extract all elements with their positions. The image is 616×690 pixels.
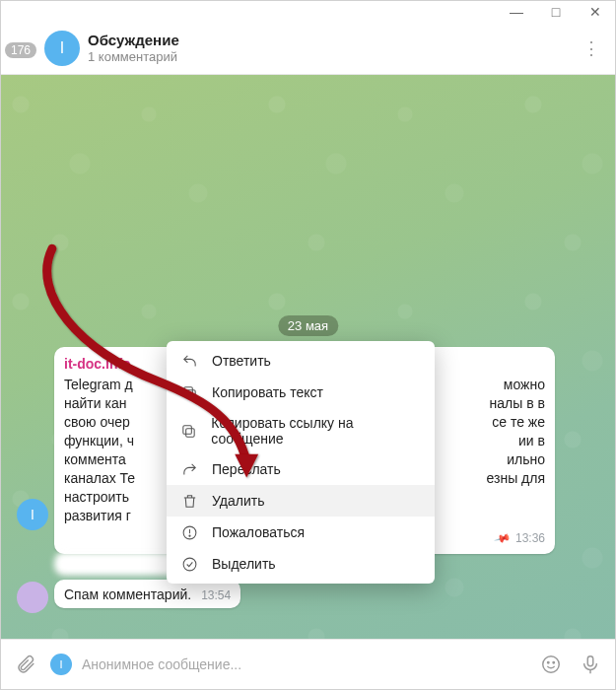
message-2-time: 13:54 <box>201 588 231 602</box>
menu-label: Копировать ссылку на сообщение <box>211 415 421 447</box>
pin-icon: 📌 <box>492 527 513 550</box>
date-separator: 23 мая <box>278 315 338 336</box>
message-2-text: Спам комментарий. <box>64 586 191 602</box>
message-time: 13:36 <box>515 529 545 548</box>
link-icon <box>180 422 197 440</box>
message-2-avatar[interactable] <box>17 582 48 613</box>
chat-area[interactable]: 23 мая it-doc.info Telegram д найти кан … <box>1 75 615 639</box>
svg-point-7 <box>183 558 196 571</box>
svg-point-9 <box>543 656 560 673</box>
unread-badge: 176 <box>5 42 36 58</box>
svg-rect-2 <box>186 428 195 437</box>
window-close-button[interactable]: ✕ <box>576 1 615 23</box>
svg-rect-3 <box>183 425 192 434</box>
svg-point-11 <box>553 661 554 662</box>
chat-avatar[interactable]: I <box>44 31 80 66</box>
kebab-icon: ⋮ <box>582 38 600 58</box>
microphone-icon <box>580 654 601 675</box>
trash-icon <box>180 492 198 510</box>
message-composer: I <box>1 639 615 689</box>
svg-rect-1 <box>183 386 192 395</box>
message-text-left: Telegram д найти кан свою очер функции, … <box>64 376 135 525</box>
svg-rect-12 <box>587 656 593 666</box>
window-maximize-button[interactable]: □ <box>536 1 576 23</box>
menu-item-reply[interactable]: Ответить <box>167 345 435 377</box>
copy-icon <box>180 383 198 401</box>
attach-button[interactable] <box>11 654 40 675</box>
menu-label: Удалить <box>212 493 264 509</box>
message-bubble-2[interactable]: Спам комментарий. 13:54 <box>54 580 240 608</box>
menu-item-select[interactable]: Выделить <box>167 548 435 580</box>
menu-item-delete[interactable]: Удалить <box>167 485 435 517</box>
menu-label: Выделить <box>212 556 276 572</box>
message-2-sender-blurred <box>54 552 178 576</box>
menu-label: Переслать <box>212 461 281 477</box>
menu-item-report[interactable]: Пожаловаться <box>167 517 435 548</box>
message-1-avatar[interactable]: I <box>17 499 48 530</box>
menu-item-copy-link[interactable]: Копировать ссылку на сообщение <box>167 408 435 453</box>
paperclip-icon <box>15 654 36 675</box>
message-input[interactable] <box>80 656 526 673</box>
window-minimize-button[interactable]: — <box>497 1 536 23</box>
smile-icon <box>540 654 562 675</box>
app-window: — □ ✕ 176 I Обсуждение 1 комментарий ⋮ 2… <box>0 0 616 690</box>
select-icon <box>180 555 198 573</box>
forward-icon <box>180 460 198 478</box>
chat-title: Обсуждение <box>88 32 580 49</box>
menu-item-copy-text[interactable]: Копировать текст <box>167 377 435 408</box>
svg-rect-0 <box>186 389 195 398</box>
message-text-right: можно налы в в се те же ии в ильно езны … <box>487 376 546 525</box>
emoji-button[interactable] <box>536 654 566 675</box>
chat-header-text[interactable]: Обсуждение 1 комментарий <box>88 32 580 65</box>
reply-icon <box>180 352 198 370</box>
svg-point-6 <box>188 535 189 536</box>
menu-label: Пожаловаться <box>212 524 305 540</box>
menu-label: Копировать текст <box>212 384 323 400</box>
chat-header: 176 I Обсуждение 1 комментарий ⋮ <box>1 23 615 75</box>
more-options-button[interactable]: ⋮ <box>580 37 603 59</box>
menu-label: Ответить <box>212 353 271 369</box>
composer-avatar[interactable]: I <box>50 654 72 675</box>
report-icon <box>180 523 198 541</box>
menu-item-forward[interactable]: Переслать <box>167 453 435 485</box>
voice-button[interactable] <box>576 654 605 675</box>
chat-subtitle: 1 комментарий <box>88 49 580 65</box>
svg-point-10 <box>548 661 549 662</box>
window-titlebar: — □ ✕ <box>1 1 615 23</box>
message-context-menu: Ответить Копировать текст Копировать ссы… <box>167 341 435 584</box>
